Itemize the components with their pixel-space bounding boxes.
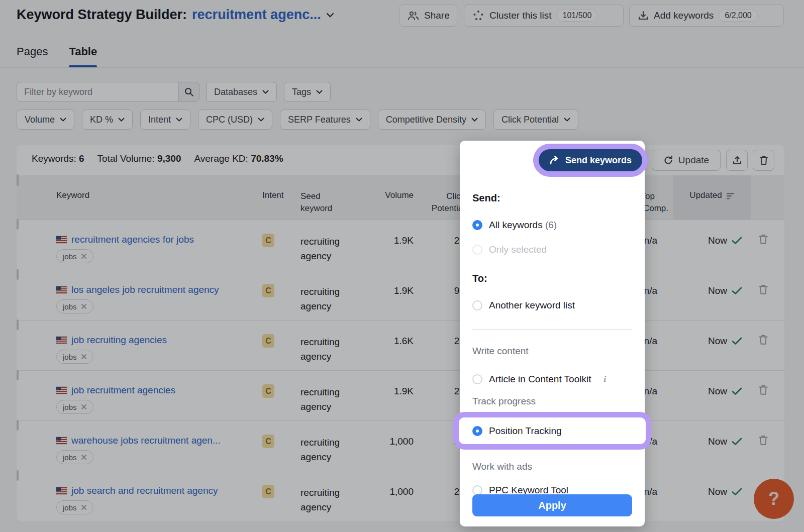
keyword-strategy-builder-page: Keyword Strategy Builder: recruitment ag… [0,0,804,532]
option-position-tracking[interactable]: Position Tracking [472,425,562,437]
radio-icon[interactable] [472,485,482,495]
send-section-label: Send: [472,192,632,204]
send-arrow-icon [549,156,560,165]
write-content-label: Write content [472,346,632,357]
option-another-keyword-list[interactable]: Another keyword list [472,300,632,311]
option-all-keywords[interactable]: All keywords (6) [472,220,632,231]
all-keywords-count: (6) [545,220,557,230]
position-tracking-highlight-ring: Position Tracking [453,412,651,450]
track-progress-label: Track progress [472,396,632,407]
option-article-content-toolkit[interactable]: Article in Content Toolkit i [472,374,632,385]
radio-icon[interactable] [472,374,482,384]
dim-overlay [0,0,804,532]
radio-disabled-icon [472,245,482,255]
radio-selected-icon[interactable] [472,426,482,436]
radio-selected-icon[interactable] [472,220,482,230]
info-icon[interactable]: i [604,375,606,384]
to-section-label: To: [472,273,632,284]
apply-button[interactable]: Apply [472,494,632,516]
popover-divider [472,329,632,330]
radio-icon[interactable] [472,300,482,310]
send-keywords-button[interactable]: Send keywords [539,149,642,171]
send-keywords-popover: Send keywords Send: All keywords (6) Onl… [460,141,645,526]
option-only-selected[interactable]: Only selected [472,244,632,255]
work-with-ads-label: Work with ads [472,461,632,472]
send-keywords-highlight-ring: Send keywords [533,144,648,177]
